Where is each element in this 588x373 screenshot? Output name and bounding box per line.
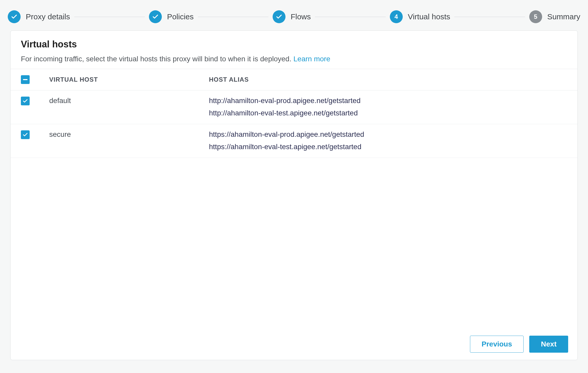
step-number-badge: 4 xyxy=(390,10,403,23)
step-summary[interactable]: 5 Summary xyxy=(529,10,580,23)
step-connector xyxy=(315,17,385,17)
step-connector xyxy=(198,17,268,17)
column-header-name: VIRTUAL HOST xyxy=(49,76,209,83)
check-icon xyxy=(22,132,28,138)
column-header-alias: HOST ALIAS xyxy=(209,76,567,83)
host-alias: http://ahamilton-eval-test.apigee.net/ge… xyxy=(209,109,567,117)
next-button[interactable]: Next xyxy=(529,336,568,353)
description-text: For incoming traffic, select the virtual… xyxy=(21,55,293,63)
select-all-checkbox[interactable] xyxy=(21,75,30,84)
host-alias: http://ahamilton-eval-prod.apigee.net/ge… xyxy=(209,97,567,105)
step-virtual-hosts[interactable]: 4 Virtual hosts xyxy=(390,10,450,23)
page-description: For incoming traffic, select the virtual… xyxy=(21,55,567,63)
check-icon xyxy=(149,10,162,23)
step-connector xyxy=(74,17,145,17)
host-alias: https://ahamilton-eval-prod.apigee.net/g… xyxy=(209,130,567,139)
host-alias: https://ahamilton-eval-test.apigee.net/g… xyxy=(209,143,567,151)
step-label: Proxy details xyxy=(26,12,70,21)
minus-icon xyxy=(23,79,28,80)
table-row: default http://ahamilton-eval-prod.apige… xyxy=(11,90,577,124)
page-title: Virtual hosts xyxy=(21,39,567,50)
learn-more-link[interactable]: Learn more xyxy=(293,55,330,63)
step-policies[interactable]: Policies xyxy=(149,10,194,23)
step-flows[interactable]: Flows xyxy=(273,10,311,23)
step-connector xyxy=(454,17,525,17)
wizard-footer: Previous Next xyxy=(11,330,577,360)
virtual-hosts-card: Virtual hosts For incoming traffic, sele… xyxy=(10,30,578,360)
virtual-host-name: default xyxy=(49,97,209,117)
virtual-host-name: secure xyxy=(49,130,209,151)
step-label: Summary xyxy=(547,12,580,21)
step-label: Flows xyxy=(291,12,311,21)
wizard-stepper: Proxy details Policies Flows 4 Virtual h… xyxy=(0,0,588,30)
step-label: Virtual hosts xyxy=(408,12,450,21)
previous-button[interactable]: Previous xyxy=(470,336,524,353)
step-label: Policies xyxy=(167,12,194,21)
row-checkbox[interactable] xyxy=(21,130,30,139)
table-row: secure https://ahamilton-eval-prod.apige… xyxy=(11,124,577,158)
step-number-badge: 5 xyxy=(529,10,542,23)
table-header-row: VIRTUAL HOST HOST ALIAS xyxy=(11,69,577,90)
check-icon xyxy=(22,98,28,104)
check-icon xyxy=(273,10,285,23)
row-checkbox[interactable] xyxy=(21,97,30,105)
step-proxy-details[interactable]: Proxy details xyxy=(8,10,70,23)
check-icon xyxy=(8,10,21,23)
step-number: 4 xyxy=(394,13,398,20)
step-number: 5 xyxy=(534,13,537,20)
